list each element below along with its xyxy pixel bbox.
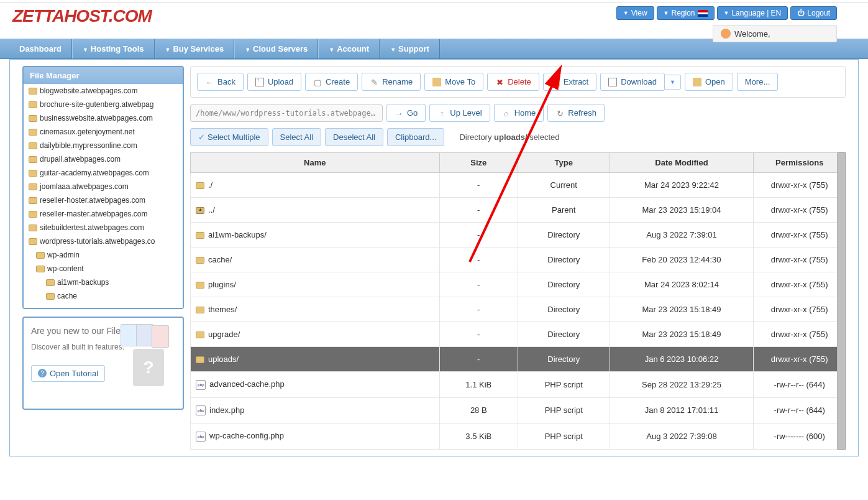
nav-hosting-tools[interactable]: ▼Hosting Tools xyxy=(72,39,155,58)
deselect-all-button[interactable]: Deselect All xyxy=(325,128,383,146)
folder-icon xyxy=(29,170,37,177)
folder-icon xyxy=(196,356,204,363)
upload-button[interactable]: Upload xyxy=(247,73,301,91)
folder-icon xyxy=(196,307,204,313)
table-row[interactable]: themes/-DirectoryMar 23 2023 15:18:49drw… xyxy=(191,297,846,322)
tree-item[interactable]: wp-admin xyxy=(24,248,183,262)
folder-icon xyxy=(46,279,55,286)
rename-icon xyxy=(370,78,378,86)
folder-icon xyxy=(29,142,37,149)
col-name[interactable]: Name xyxy=(191,153,440,173)
sidebar-title: File Manager xyxy=(24,67,183,84)
tree-item[interactable]: wp-content xyxy=(24,262,183,275)
go-icon xyxy=(395,109,403,118)
help-icon: ? xyxy=(38,369,47,377)
tree-item[interactable]: sitebuildertest.atwebpages.com xyxy=(24,221,183,234)
php-file-icon xyxy=(196,432,206,442)
avatar xyxy=(721,29,731,39)
view-dropdown[interactable]: ▼View xyxy=(616,6,654,20)
col-perm[interactable]: Permissions xyxy=(754,153,846,173)
folder-icon xyxy=(36,266,45,272)
select-all-button[interactable]: Select All xyxy=(272,128,321,146)
download-icon xyxy=(608,78,617,86)
tree-item[interactable]: joomlaaa.atwebpages.com xyxy=(24,180,183,193)
refresh-button[interactable]: Refresh xyxy=(547,104,605,122)
table-row[interactable]: ./-CurrentMar 24 2023 9:22:42drwxr-xr-x … xyxy=(191,173,846,198)
tree-item[interactable]: brochure-site-gutenberg.atwebpag xyxy=(24,98,183,111)
delete-icon xyxy=(495,78,504,86)
col-type[interactable]: Type xyxy=(518,153,610,173)
table-row[interactable]: wp-cache-config.php3.5 KiBPHP scriptAug … xyxy=(191,424,846,450)
folder-icon xyxy=(196,282,204,289)
tree-item[interactable]: businesswebsite.atwebpages.com xyxy=(24,111,183,125)
tree-item[interactable]: dailybible.mypressonline.com xyxy=(24,139,183,152)
tree-item[interactable]: drupall.atwebpages.com xyxy=(24,152,183,166)
tree-item[interactable]: guitar-academy.atwebpages.com xyxy=(24,166,183,180)
tree-item[interactable]: ai1wm-backups xyxy=(24,275,183,289)
logout-button[interactable]: Logout xyxy=(790,6,837,20)
more-button[interactable]: More... xyxy=(737,73,778,91)
home-icon xyxy=(502,109,511,118)
table-scrollbar[interactable] xyxy=(837,152,846,450)
nav-cloud-servers[interactable]: ▼Cloud Servers xyxy=(234,39,318,58)
folder-icon xyxy=(29,238,37,245)
table-row[interactable]: cache/-DirectoryFeb 20 2023 12:44:30drwx… xyxy=(191,248,846,272)
tree-item[interactable]: wordpress-tutorials.atwebpages.co xyxy=(24,234,183,248)
welcome-box: Welcome, xyxy=(713,25,837,42)
open-button[interactable]: Open xyxy=(685,73,733,91)
tree-item[interactable]: cache xyxy=(24,289,183,303)
folder-icon xyxy=(29,183,37,190)
tree-item[interactable]: cinemasux.getenjoyment.net xyxy=(24,125,183,139)
up-level-button[interactable]: Up Level xyxy=(429,104,490,122)
toolbar: Back Upload Create Rename Move To Delete… xyxy=(190,66,846,98)
col-date[interactable]: Date Modified xyxy=(610,153,754,173)
folder-icon xyxy=(196,182,204,189)
move-icon xyxy=(432,78,441,86)
nav-account[interactable]: ▼Account xyxy=(318,39,380,58)
clipboard-button[interactable]: Clipboard... xyxy=(387,128,444,146)
home-button[interactable]: Home xyxy=(494,104,544,122)
extract-icon xyxy=(551,78,560,86)
refresh-icon xyxy=(555,109,564,118)
flag-icon xyxy=(698,10,708,17)
path-input[interactable]: /home/www/wordpress-tutorials.atwebpages… xyxy=(190,104,383,122)
folder-icon xyxy=(196,257,204,264)
create-button[interactable]: Create xyxy=(305,73,358,91)
folder-icon xyxy=(29,101,37,108)
tree-item[interactable]: reseller-master.atwebpages.com xyxy=(24,207,183,221)
check-icon xyxy=(198,132,205,142)
tree-item[interactable]: blogwebsite.atwebpages.com xyxy=(24,84,183,98)
tree-item[interactable]: reseller-hoster.atwebpages.com xyxy=(24,193,183,207)
open-tutorial-button[interactable]: ? Open Tutorial xyxy=(31,365,105,382)
table-row[interactable]: advanced-cache.php1.1 KiBPHP scriptSep 2… xyxy=(191,372,846,398)
folder-icon xyxy=(196,232,204,239)
download-button[interactable]: Download xyxy=(600,73,665,91)
nav-buy-services[interactable]: ▼Buy Services xyxy=(155,39,235,58)
back-button[interactable]: Back xyxy=(197,73,244,91)
region-dropdown[interactable]: ▼Region xyxy=(657,6,715,20)
move-to-button[interactable]: Move To xyxy=(424,73,483,91)
table-row[interactable]: index.php28 BPHP scriptJan 8 2012 17:01:… xyxy=(191,397,846,424)
create-icon xyxy=(313,78,322,86)
table-row[interactable]: ai1wm-backups/-DirectoryAug 3 2022 7:39:… xyxy=(191,223,846,248)
select-multiple-button[interactable]: Select Multiple xyxy=(190,128,268,146)
extract-button[interactable]: Extract xyxy=(543,73,596,91)
download-dropdown[interactable]: ▼ xyxy=(665,75,681,90)
language-dropdown[interactable]: ▼Language | EN xyxy=(717,6,788,20)
table-row[interactable]: plugins/-DirectoryMar 24 2023 8:02:14drw… xyxy=(191,272,846,297)
file-table: Name Size Type Date Modified Permissions… xyxy=(190,152,846,450)
go-button[interactable]: Go xyxy=(386,104,426,122)
rename-button[interactable]: Rename xyxy=(362,73,421,91)
folder-icon xyxy=(29,156,37,163)
nav-dashboard[interactable]: Dashboard xyxy=(9,39,72,58)
power-icon xyxy=(797,9,805,17)
table-row[interactable]: uploads/-DirectoryJan 6 2023 10:06:22drw… xyxy=(191,347,846,372)
php-file-icon xyxy=(196,380,206,390)
folder-icon xyxy=(29,197,37,204)
table-row[interactable]: upgrade/-DirectoryMar 23 2023 15:18:49dr… xyxy=(191,322,846,347)
tutorial-graphic: ? xyxy=(114,324,176,386)
nav-support[interactable]: ▼Support xyxy=(380,39,440,58)
table-row[interactable]: ../-ParentMar 23 2023 15:19:04drwxr-xr-x… xyxy=(191,198,846,223)
delete-button[interactable]: Delete xyxy=(487,73,539,91)
col-size[interactable]: Size xyxy=(439,153,518,173)
